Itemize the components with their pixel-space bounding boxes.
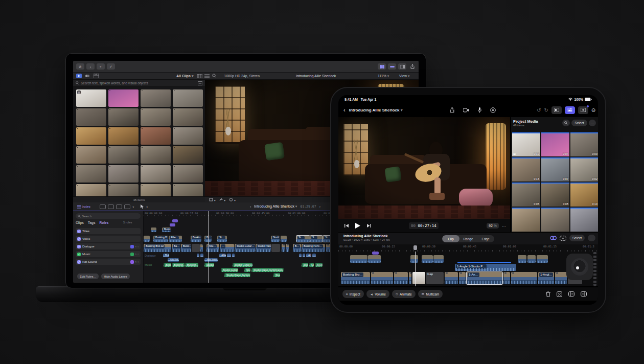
timeline-clip[interactable]: Studio… bbox=[204, 263, 214, 267]
timeline-clip[interactable] bbox=[410, 255, 418, 263]
window-control-button[interactable]: ⊘ bbox=[76, 63, 84, 70]
timeline-select-button[interactable]: Select bbox=[569, 235, 585, 241]
timeline-clip[interactable] bbox=[200, 244, 203, 252]
browser-clip-thumbnail[interactable] bbox=[76, 165, 106, 183]
share-icon[interactable] bbox=[408, 63, 417, 70]
timeline-clip[interactable] bbox=[172, 219, 178, 222]
media-clip-thumbnail[interactable] bbox=[512, 208, 540, 232]
browser-clip-thumbnail[interactable] bbox=[141, 127, 171, 145]
focus-icon[interactable]: ○ bbox=[137, 245, 139, 248]
sidebar-media-icon[interactable] bbox=[75, 74, 82, 79]
clip-filter-dropdown[interactable]: All Clips ▾ bbox=[176, 74, 193, 78]
next-project-icon[interactable]: › bbox=[319, 205, 320, 209]
edit-mode-option[interactable]: Range bbox=[459, 235, 477, 242]
role-row[interactable]: ✓ Music ≈○ bbox=[76, 251, 141, 257]
audio-lanes-icon[interactable]: ≈ bbox=[135, 260, 136, 263]
timeline-clip[interactable]: Gap bbox=[426, 272, 444, 284]
timeline-clip[interactable] bbox=[368, 255, 381, 263]
timeline-clip[interactable]: Allie Int… bbox=[168, 258, 179, 262]
previous-project-icon[interactable]: ‹ bbox=[250, 205, 251, 209]
camera-icon[interactable] bbox=[463, 108, 469, 112]
jog-wheel[interactable] bbox=[566, 254, 593, 280]
timeline-clip[interactable] bbox=[197, 254, 199, 257]
browser-clip-thumbnail[interactable] bbox=[173, 165, 203, 183]
timeline-clip[interactable] bbox=[394, 272, 408, 284]
timeline-clip[interactable]: Buk… bbox=[163, 254, 169, 257]
timeline-clip[interactable]: St… bbox=[296, 236, 310, 242]
back-chevron-icon[interactable]: ‹ bbox=[343, 107, 346, 113]
timeline-clip[interactable]: 1-Angle 1-Studio P… bbox=[455, 264, 516, 271]
timeline-clip[interactable]: Busking Bro… bbox=[341, 272, 370, 284]
index-search-field[interactable]: Search bbox=[76, 213, 141, 219]
jog-wheel-dial[interactable] bbox=[571, 258, 588, 276]
tool-button[interactable]: ⊞Multicam bbox=[418, 290, 443, 298]
tool-button[interactable]: ◇Animate bbox=[392, 290, 416, 298]
media-clip-thumbnail[interactable] bbox=[541, 208, 569, 232]
project-title[interactable]: Introducing Allie Sherlock ▾ bbox=[349, 108, 403, 112]
browser-clip-thumbnail[interactable] bbox=[76, 146, 106, 164]
role-checkbox[interactable]: ✓ bbox=[77, 245, 81, 248]
timeline-clip[interactable]: Studio Guitar 01 P… bbox=[233, 263, 252, 267]
crop-tool-dropdown[interactable]: ▾ bbox=[209, 198, 216, 202]
index-tab[interactable]: Clips bbox=[76, 221, 84, 224]
media-clip-thumbnail[interactable]: 0:16 bbox=[512, 157, 540, 181]
timeline-clip[interactable]: Studio Piano Performance bbox=[224, 273, 250, 277]
timeline-clip[interactable] bbox=[282, 244, 285, 252]
skip-forward-icon[interactable] bbox=[366, 223, 371, 228]
role-row[interactable]: ✓ Dialogue ≈○ bbox=[76, 243, 141, 249]
timeline-clip[interactable] bbox=[192, 244, 200, 252]
timeline-clip[interactable] bbox=[299, 254, 302, 257]
timecode-display[interactable]: 00 00:27:14 bbox=[409, 222, 439, 229]
cut-clip-icon[interactable] bbox=[557, 291, 562, 297]
timeline-clip[interactable]: Al… bbox=[306, 254, 311, 257]
add-media-button[interactable] bbox=[578, 106, 588, 114]
media-clip-thumbnail[interactable]: 0:04 bbox=[541, 132, 569, 156]
media-select-button[interactable]: Select bbox=[571, 120, 587, 126]
timeline-clip[interactable]: Buski… bbox=[162, 228, 171, 232]
timeline-clip[interactable]: 1-An… bbox=[467, 272, 502, 284]
timeline-clip[interactable] bbox=[303, 254, 305, 257]
audio-lanes-icon[interactable]: ≈ bbox=[135, 245, 136, 248]
skip-back-icon[interactable] bbox=[344, 223, 349, 228]
timeline-clip[interactable]: Studio-Guitar… bbox=[235, 244, 255, 252]
browser-clip-thumbnail[interactable] bbox=[108, 108, 139, 126]
undo-icon[interactable]: ↺ bbox=[537, 107, 541, 113]
media-clip-thumbnail[interactable]: 0:08 bbox=[541, 183, 569, 207]
browser-clip-thumbnail[interactable] bbox=[141, 108, 171, 126]
trim-tail-icon[interactable] bbox=[581, 291, 587, 297]
timeline-clip[interactable]: B… bbox=[293, 244, 301, 252]
browser-clip-thumbnail[interactable] bbox=[173, 146, 203, 164]
window-control-button[interactable]: ↓ bbox=[86, 63, 95, 70]
list-view-icon[interactable] bbox=[203, 74, 211, 79]
edit-roles-button[interactable]: Edit Roles… bbox=[77, 274, 99, 279]
timeline-clip[interactable] bbox=[232, 254, 235, 257]
timeline-clip[interactable] bbox=[412, 272, 425, 284]
browser-clip-thumbnail[interactable] bbox=[141, 165, 171, 183]
tool-button[interactable]: ◄Volume bbox=[366, 290, 389, 298]
timeline-clip[interactable]: Studi… bbox=[273, 273, 280, 277]
timeline-clip[interactable] bbox=[371, 272, 393, 284]
trash-icon[interactable] bbox=[546, 291, 550, 297]
browser-clip-thumbnail[interactable] bbox=[141, 89, 171, 107]
timeline-clip[interactable]: Studi… bbox=[315, 263, 323, 267]
browser-clip-thumbnail[interactable] bbox=[173, 184, 203, 196]
browser-clip-thumbnail[interactable]: ⊞ bbox=[76, 89, 106, 107]
timeline-clip[interactable] bbox=[457, 262, 511, 263]
retime-tool-dropdown[interactable]: ▾ bbox=[219, 198, 226, 202]
timeline-clip[interactable]: Allie Inter… bbox=[204, 258, 218, 262]
media-clip-thumbnail[interactable]: 0:02 bbox=[570, 157, 598, 181]
browser-clip-thumbnail[interactable] bbox=[141, 146, 171, 164]
index-button[interactable]: Index bbox=[77, 205, 90, 209]
timeline-clip[interactable]: Busking… bbox=[172, 263, 185, 267]
media-clip-thumbnail[interactable]: 0:07 bbox=[541, 157, 569, 181]
ipad-timeline-ruler[interactable]: 00:00:0000:00:1500:00:3000:00:4500:01:00… bbox=[338, 244, 598, 252]
timeline-clip[interactable]: Busking B… bbox=[153, 236, 168, 242]
connect-clips-icon[interactable] bbox=[550, 236, 557, 240]
timeline-clip[interactable]: 1-Angl… bbox=[538, 272, 554, 284]
timeline-clip[interactable]: Allie… bbox=[219, 254, 226, 257]
workspace-inspector-toggle[interactable] bbox=[398, 63, 406, 70]
microphone-icon[interactable] bbox=[478, 107, 481, 113]
timeline-clip[interactable]: Buski… bbox=[181, 244, 191, 252]
timeline-clip[interactable]: Studio Guitar 02… bbox=[221, 268, 238, 272]
timeline-clip[interactable]: S… bbox=[310, 236, 323, 242]
